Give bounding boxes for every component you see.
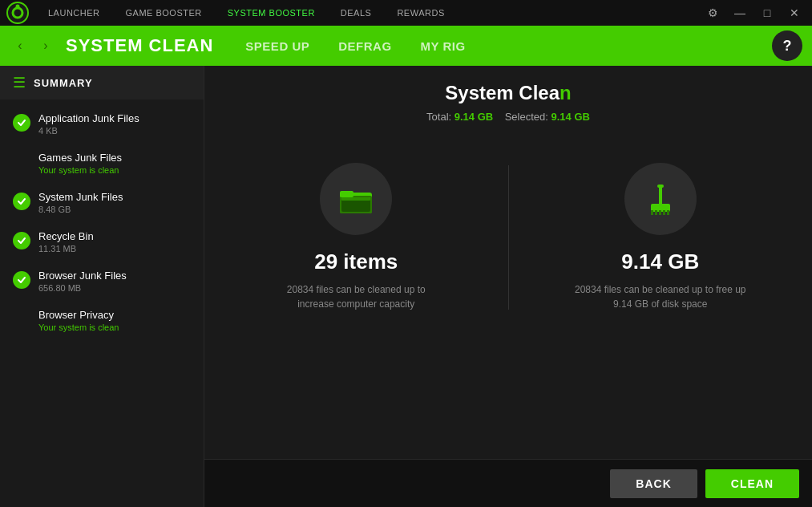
folder-icon [338,183,374,215]
nav-system-booster[interactable]: SYSTEM BOOSTER [215,0,328,26]
browser-privacy-subtitle: Your system is clean [38,322,119,332]
recycle-bin-title: Recycle Bin [38,230,94,242]
top-nav: ‹ › SYSTEM CLEAN SPEED UP DEFRAG MY RIG … [0,26,812,66]
check-icon-recycle-bin [13,232,30,249]
nav-launcher[interactable]: LAUNCHER [35,0,113,26]
gb-description: 20834 files can be cleaned up to free up… [572,282,749,311]
selected-label: Selected: [505,111,548,123]
sidebar-item-browser-junk[interactable]: Browser Junk Files 656.80 MB [0,262,204,301]
app-junk-title: Application Junk Files [38,112,139,124]
gb-panel: 9.14 GB 20834 files can be cleaned up to… [509,147,813,327]
back-arrow[interactable]: ‹ [10,35,30,56]
close-button[interactable]: ✕ [783,2,806,24]
app-logo [6,2,29,24]
tab-defrag[interactable]: DEFRAG [338,39,391,53]
svg-rect-12 [663,210,665,215]
sidebar-item-app-junk[interactable]: Application Junk Files 4 KB [0,104,204,144]
svg-rect-5 [340,191,353,197]
svg-rect-10 [655,210,657,215]
window-controls: ⚙ — □ ✕ [701,2,806,24]
sidebar: ☰ SUMMARY Application Junk Files 4 KB Ga… [0,66,204,507]
broom-icon-circle [624,163,697,235]
items-panel: 29 items 20834 files can be cleaned up t… [204,147,508,327]
summary-icon: ☰ [13,74,26,91]
items-value: 29 items [314,249,398,274]
sidebar-item-browser-privacy[interactable]: Browser Privacy Your system is clean [0,301,204,340]
forward-arrow[interactable]: › [35,35,56,56]
content-panels: 29 items 20834 files can be cleaned up t… [204,147,812,327]
svg-rect-7 [341,197,370,201]
total-label: Total: [426,111,451,123]
tab-my-rig[interactable]: MY RIG [421,39,466,53]
title-bar: LAUNCHER GAME BOOSTER SYSTEM BOOSTER DEA… [0,0,812,26]
folder-icon-circle [320,163,392,235]
app-junk-subtitle: 4 KB [38,126,139,136]
bottom-bar: BACK CLEAN [204,459,812,507]
nav-game-booster[interactable]: GAME BOOSTER [113,0,215,26]
svg-rect-11 [659,210,661,215]
sidebar-item-system-junk[interactable]: System Junk Files 8.48 GB [0,183,204,222]
maximize-button[interactable]: □ [756,2,778,24]
total-value: 9.14 GB [454,111,493,123]
settings-icon[interactable]: ⚙ [701,2,724,24]
content-stats: Total: 9.14 GB Selected: 9.14 GB [426,111,590,123]
minimize-button[interactable]: — [729,2,751,24]
sidebar-header: ☰ SUMMARY [0,66,204,99]
back-button[interactable]: BACK [610,469,697,498]
sidebar-items: Application Junk Files 4 KB Games Junk F… [0,99,204,507]
games-junk-subtitle: Your system is clean [38,165,122,175]
nav-rewards[interactable]: REWARDS [384,0,457,26]
system-junk-title: System Junk Files [38,191,123,203]
browser-junk-subtitle: 656.80 MB [38,283,127,293]
content-inner: System Clean Total: 9.14 GB Selected: 9.… [204,66,812,459]
check-icon-browser-junk [13,271,30,289]
svg-rect-13 [667,210,669,215]
selected-value: 9.14 GB [551,111,589,123]
recycle-bin-subtitle: 11.31 MB [38,244,94,253]
sidebar-item-games-junk[interactable]: Games Junk Files Your system is clean [0,144,204,183]
browser-privacy-title: Browser Privacy [38,309,119,321]
tab-speed-up[interactable]: SPEED UP [245,39,309,53]
browser-junk-title: Browser Junk Files [38,270,127,282]
nav-back-fwd: ‹ › [10,35,56,56]
clean-button[interactable]: CLEAN [705,469,799,498]
check-icon-system-junk [13,193,30,210]
top-nav-tabs: SPEED UP DEFRAG MY RIG [245,39,772,53]
main-layout: ☰ SUMMARY Application Junk Files 4 KB Ga… [0,66,812,507]
help-button[interactable]: ? [772,30,802,61]
system-junk-subtitle: 8.48 GB [38,205,123,214]
sidebar-header-label: SUMMARY [34,77,93,89]
content-title: System Clean [445,82,571,104]
games-junk-title: Games Junk Files [38,152,122,164]
no-check-games-junk [13,152,30,169]
broom-icon [643,181,678,217]
items-description: 20834 files can be cleaned up to increas… [268,282,444,311]
nav-deals[interactable]: DEALS [328,0,385,26]
content-area: System Clean Total: 9.14 GB Selected: 9.… [204,66,812,507]
sidebar-item-recycle-bin[interactable]: Recycle Bin 11.31 MB [0,222,204,262]
svg-point-2 [16,5,20,9]
check-icon-app-junk [13,114,30,132]
title-bar-nav: LAUNCHER GAME BOOSTER SYSTEM BOOSTER DEA… [35,0,701,26]
svg-rect-9 [651,210,653,215]
svg-rect-15 [657,185,664,188]
page-title: SYSTEM CLEAN [66,35,213,56]
no-check-browser-privacy [13,309,30,327]
gb-value: 9.14 GB [621,249,699,274]
